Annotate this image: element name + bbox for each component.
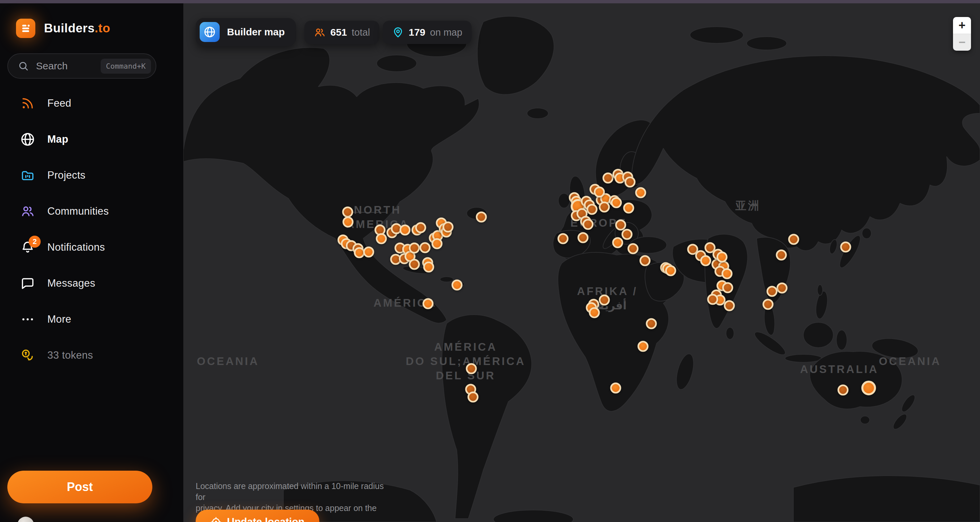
builder-location-dot[interactable]: [700, 255, 711, 266]
builder-location-dot[interactable]: [603, 173, 614, 184]
update-location-label: Update location: [227, 516, 305, 522]
builder-location-dot[interactable]: [363, 247, 374, 258]
builder-location-dot[interactable]: [777, 283, 788, 294]
bell-icon: 2: [20, 240, 35, 255]
builder-location-dot[interactable]: [665, 265, 676, 276]
target-icon: [210, 516, 222, 522]
on-map-label: on map: [430, 27, 462, 38]
builder-location-dot[interactable]: [583, 219, 593, 230]
builder-map[interactable]: NORTH AMERICAAMÉRICAEUROPEAFRIKA / أفريق…: [183, 3, 980, 522]
search-shortcut-badge: Command+K: [101, 59, 151, 74]
post-button[interactable]: Post: [7, 471, 152, 503]
builder-location-dot[interactable]: [640, 255, 651, 266]
users-icon: [20, 204, 35, 219]
builder-location-dot[interactable]: [589, 307, 600, 318]
builder-location-dot[interactable]: [840, 242, 851, 253]
builder-location-dot[interactable]: [466, 363, 477, 374]
builder-location-dot[interactable]: [420, 242, 431, 253]
builder-location-dot[interactable]: [707, 294, 718, 305]
sidebar: Builders.to Command+K Feed: [0, 3, 183, 522]
builder-location-dot[interactable]: [638, 341, 649, 352]
total-label: total: [352, 27, 370, 38]
builder-location-dot[interactable]: [861, 381, 876, 395]
builder-location-dot[interactable]: [722, 268, 733, 279]
zoom-in-button[interactable]: +: [953, 17, 971, 34]
builder-location-dot[interactable]: [838, 385, 849, 396]
builder-map-chip[interactable]: Builder map: [196, 18, 296, 46]
builder-location-dot[interactable]: [599, 202, 610, 213]
builder-location-dot[interactable]: [776, 250, 787, 261]
builder-location-dot[interactable]: [423, 262, 434, 273]
sidebar-item-communities[interactable]: Communities: [0, 193, 183, 229]
builder-location-dot[interactable]: [343, 216, 354, 228]
privacy-note-line1: Locations are approximated within a 10-m…: [196, 481, 389, 503]
total-builders-chip: 651 total: [304, 21, 379, 44]
builders-logo-icon: [16, 19, 35, 38]
builder-location-dot[interactable]: [646, 318, 657, 329]
folder-icon: [20, 168, 35, 183]
builder-location-dot[interactable]: [599, 294, 610, 306]
builder-location-dot[interactable]: [432, 238, 443, 249]
sidebar-item-notifications[interactable]: 2 Notifications: [0, 229, 183, 265]
builder-location-dot[interactable]: [415, 222, 426, 233]
sidebar-item-label: 33 tokens: [47, 349, 93, 361]
builder-location-dot[interactable]: [400, 225, 410, 236]
sidebar-item-label: Projects: [47, 169, 85, 181]
zoom-out-button[interactable]: −: [953, 34, 971, 51]
update-location-button[interactable]: Update location: [196, 510, 319, 522]
builder-location-dot[interactable]: [423, 298, 434, 309]
builder-location-dot[interactable]: [587, 204, 598, 215]
sidebar-item-tokens[interactable]: 33 tokens: [0, 337, 183, 373]
ellipsis-icon: [20, 312, 35, 327]
builder-location-dot[interactable]: [443, 222, 453, 233]
builder-location-dot[interactable]: [558, 233, 569, 244]
builder-location-dot[interactable]: [612, 237, 623, 248]
builder-location-dot[interactable]: [615, 220, 626, 231]
builder-location-dot[interactable]: [625, 177, 636, 188]
world-landmass: [183, 3, 980, 522]
sidebar-item-label: Notifications: [47, 241, 105, 253]
builder-location-dot[interactable]: [476, 212, 487, 223]
sidebar-item-projects[interactable]: Projects: [0, 158, 183, 193]
builder-location-dot[interactable]: [409, 243, 420, 254]
search-bar[interactable]: Command+K: [7, 53, 156, 79]
builder-location-dot[interactable]: [788, 234, 799, 245]
builder-location-dot[interactable]: [717, 251, 728, 263]
brand-name: Builders.to: [44, 21, 110, 35]
builder-location-dot[interactable]: [767, 286, 778, 297]
brand-logo[interactable]: Builders.to: [16, 19, 110, 38]
on-map-chip: 179 on map: [383, 21, 472, 44]
builder-location-dot[interactable]: [452, 280, 463, 291]
builder-location-dot[interactable]: [628, 243, 639, 254]
notifications-badge: 2: [29, 236, 41, 248]
builder-location-dot[interactable]: [342, 207, 353, 218]
builder-location-dot[interactable]: [623, 203, 634, 214]
builder-location-dot[interactable]: [578, 232, 589, 243]
builder-location-dot[interactable]: [409, 259, 420, 270]
sidebar-item-feed[interactable]: Feed: [0, 85, 183, 121]
builder-map-globe-icon: [200, 22, 220, 42]
map-zoom-control: + −: [953, 17, 971, 51]
builder-location-dot[interactable]: [594, 187, 605, 198]
sidebar-item-label: Messages: [47, 277, 95, 289]
builder-location-dot[interactable]: [610, 383, 621, 394]
builder-location-dot[interactable]: [724, 300, 735, 311]
sidebar-item-map[interactable]: Map: [0, 121, 183, 158]
builder-location-dot[interactable]: [635, 187, 646, 198]
chat-icon: [20, 276, 35, 291]
on-map-count: 179: [409, 27, 425, 38]
builder-location-dot[interactable]: [763, 299, 774, 310]
builder-location-dot[interactable]: [622, 229, 633, 240]
builder-location-dot[interactable]: [468, 392, 479, 403]
sidebar-item-messages[interactable]: Messages: [0, 265, 183, 301]
users-icon: [313, 26, 326, 38]
sidebar-item-more[interactable]: More: [0, 301, 183, 337]
coins-icon: [20, 348, 35, 363]
builder-location-dot[interactable]: [376, 233, 387, 244]
builder-location-dot[interactable]: [611, 197, 622, 208]
user-avatar[interactable]: [18, 517, 34, 522]
sidebar-item-label: Feed: [47, 97, 72, 109]
search-input[interactable]: [35, 60, 101, 72]
total-count: 651: [330, 27, 347, 38]
builder-location-dot[interactable]: [722, 282, 733, 293]
